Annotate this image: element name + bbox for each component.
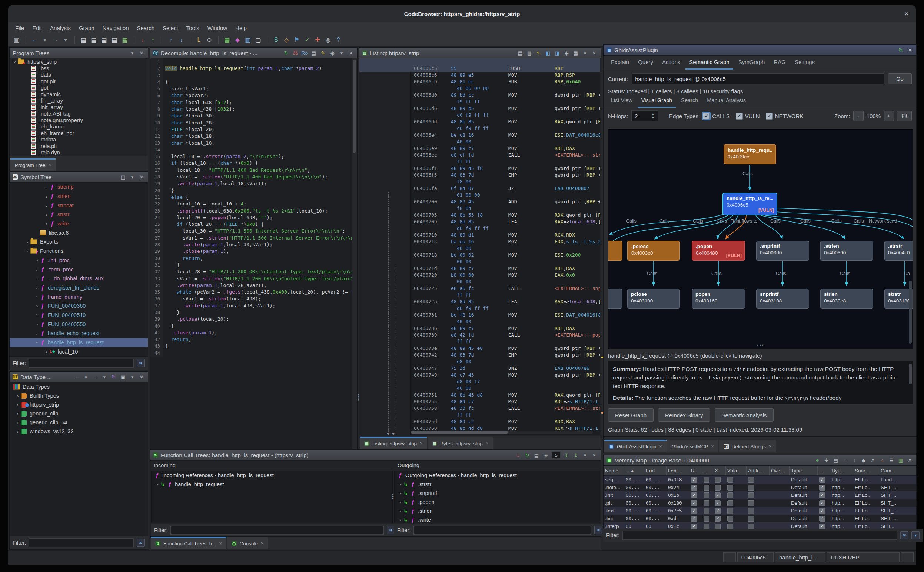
- memory-block-row-seg[interactable]: seg...00...00...0x318✓Default✓http...Elf…: [603, 476, 916, 483]
- column-header-len[interactable]: Len...: [667, 466, 689, 476]
- cell-checkbox[interactable]: ✓: [818, 516, 830, 522]
- tab-rag[interactable]: RAG: [770, 56, 790, 70]
- expand-icon[interactable]: ↧: [563, 452, 570, 459]
- current-function-input[interactable]: handle_http_ls_request @ 0x4006c5: [632, 73, 884, 84]
- chevron-right-icon[interactable]: ›: [34, 303, 40, 309]
- data-type-header[interactable]: DT Data Type ... ←▾ →▾ ↻ ▣▾✕: [9, 372, 148, 382]
- snapshot-icon[interactable]: ◫: [120, 174, 126, 180]
- listing-row[interactable]: 00400725e8 a6 fcCALL<EXTERNAL>::.snprint…: [359, 285, 600, 292]
- checkbox[interactable]: ✓: [819, 485, 825, 491]
- checkbox[interactable]: [727, 500, 733, 506]
- window-close-icon[interactable]: ✕: [902, 9, 911, 18]
- incoming-tree[interactable]: ƒIncoming References - handle_http_ls_re…: [151, 471, 393, 523]
- checkbox[interactable]: ✓: [691, 516, 697, 522]
- listing-row-empty[interactable]: [359, 59, 600, 65]
- clock-icon[interactable]: ⊙: [204, 35, 214, 45]
- listing-hscrollbar[interactable]: [411, 431, 593, 434]
- caret-icon[interactable]: ▾: [338, 50, 345, 56]
- plugin-icon[interactable]: ✚: [313, 35, 323, 45]
- decompile-line[interactable]: 21 else {: [150, 194, 352, 201]
- add-block-icon[interactable]: +: [814, 457, 821, 463]
- listing-row[interactable]: 0040070548 8b 55 f8MOVRDX,qword ptr [RBP…: [359, 212, 600, 218]
- listing-row[interactable]: 0040073648 89 c7MOVRDI,RAX: [359, 325, 600, 332]
- edge-type-vuln[interactable]: ✓VULN: [736, 113, 760, 120]
- expand-down-icon[interactable]: ↓: [851, 457, 858, 463]
- snapshot-icon[interactable]: ◉: [323, 35, 333, 45]
- checkbox[interactable]: [704, 485, 709, 491]
- cell-checkbox[interactable]: ✓: [689, 516, 702, 522]
- listing-row[interactable]: 0040070948 8d 85LEARAX=>local_638,[RBP +…: [359, 218, 600, 225]
- column-header-x[interactable]: X: [713, 466, 726, 476]
- cell-checkbox[interactable]: [726, 485, 746, 491]
- home-icon[interactable]: ⌂: [879, 457, 885, 463]
- chevron-right-icon[interactable]: ›: [15, 402, 21, 407]
- graph-node-handle_http_ls_re...[interactable]: handle_http_ls_re...0x4006c5[VULN]: [723, 193, 777, 216]
- close-icon[interactable]: ✕: [138, 50, 145, 56]
- graph-icon[interactable]: 品: [292, 50, 299, 56]
- checkbox[interactable]: ✓: [691, 508, 697, 514]
- decompile-line[interactable]: 40 }: [150, 323, 352, 330]
- decompile-line[interactable]: 13 char *local_10;: [150, 140, 352, 147]
- status-lock-box[interactable]: [901, 552, 914, 562]
- listing-row[interactable]: 0040074948 c7 45MOVqword ptr [RBP + loca…: [359, 372, 600, 378]
- decompile-line[interactable]: 12 char *local_18;: [150, 133, 352, 140]
- listing-row[interactable]: 0040075d48 89 c2MOVRDX,RAX: [359, 418, 600, 425]
- listing-row[interactable]: 00400713ba ea 16MOVEDX,s_ls_-l_%s_2>&1_0…: [359, 238, 600, 245]
- summary-box[interactable]: Summary: Handles HTTP POST requests to a…: [607, 361, 913, 405]
- decompile-line[interactable]: 25 if (local_20 == (FILE *)0x0) {: [150, 221, 352, 228]
- memory-map-header[interactable]: ▦ Memory Map - Image Base: 00400000 + ✣ …: [603, 455, 916, 466]
- memory-block-row-note[interactable]: .note...00...00...0x24✓Default✓http...El…: [603, 483, 916, 491]
- cell-checkbox[interactable]: [726, 508, 746, 514]
- column-header-byt[interactable]: Byt...: [830, 466, 853, 476]
- snapshot-icon[interactable]: ◉: [563, 50, 570, 56]
- column-header-[interactable]: ...: [702, 466, 713, 476]
- graph-scrollbar[interactable]: [909, 281, 912, 344]
- forward-icon[interactable]: →: [92, 373, 98, 380]
- listing-row[interactable]: 004006c555PUSHRBP: [359, 65, 600, 72]
- cell-checkbox[interactable]: [702, 477, 713, 483]
- button-semantic-analysis[interactable]: Semantic Analysis: [715, 408, 774, 422]
- decompile-line[interactable]: 2void handle_http_ls_request(int param_1…: [150, 65, 352, 72]
- push-up-icon[interactable]: ↑: [148, 35, 158, 45]
- chevron-right-icon[interactable]: ›: [397, 508, 404, 514]
- checkbox[interactable]: ✓: [715, 500, 721, 506]
- tree-item-section[interactable]: .got.plt: [9, 78, 148, 85]
- checkbox[interactable]: [748, 477, 754, 483]
- symbol-tree-item-strstr[interactable]: ›ƒstrstr: [9, 210, 148, 219]
- filter-config-icon[interactable]: ≋: [594, 526, 602, 534]
- listing-row[interactable]: 004006d089 bd ccMOVdword ptr [RBP + loca…: [359, 92, 600, 98]
- listing-row[interactable]: 004006c648 89 e5MOVRBP,RSP: [359, 72, 600, 78]
- decompile-header[interactable]: Cƒ Decompile: handle_http_ls_request - .…: [150, 48, 357, 59]
- chevron-right-icon[interactable]: ›: [34, 267, 40, 272]
- memory-block-row-init[interactable]: .init00...00...0x1b✓✓Default✓http...Elf …: [603, 491, 916, 499]
- edge-type-network[interactable]: ✓NETWORK: [766, 113, 804, 120]
- memory-block-row-fini[interactable]: .fini00...00...0xd✓✓Default✓http...Elf L…: [603, 514, 916, 522]
- filter-config-icon[interactable]: ≋: [387, 526, 395, 534]
- graph-node-.pclose[interactable]: .pclose0x4003c0: [627, 241, 680, 261]
- tree-item-section[interactable]: .eh_frame: [9, 124, 148, 130]
- tab-ghidrassistmcp[interactable]: ▦GhidrAssistMCP×: [667, 440, 718, 452]
- memory-block-row-plt[interactable]: .plt00...00...0x180✓✓Default✓http...Elf …: [603, 499, 916, 507]
- graph-node-strlen[interactable]: strlen0x4030e8: [820, 289, 873, 309]
- symbol-tree-item-handle_http_ls_request[interactable]: ›ƒhandle_http_ls_request: [9, 338, 148, 347]
- fields-icon[interactable]: ▦: [572, 50, 579, 56]
- doc-disk-icon[interactable]: ▦: [120, 35, 130, 45]
- checkbox[interactable]: [748, 493, 754, 498]
- cell-checkbox[interactable]: [713, 485, 726, 491]
- symbol-tree-item-.init_proc[interactable]: ›ƒ.init_proc: [9, 256, 148, 265]
- checkbox[interactable]: ✓: [819, 508, 825, 514]
- tree-item-section[interactable]: .bss: [9, 65, 148, 72]
- decompile-line[interactable]: 39 .pclose(local_20);: [150, 316, 352, 322]
- column-header-end[interactable]: End: [644, 466, 667, 476]
- close-icon[interactable]: ✕: [591, 50, 598, 56]
- graph-node-.snprintf[interactable]: .snprintf0x4003d0: [756, 241, 809, 261]
- checkbox[interactable]: [715, 485, 721, 491]
- listing-row[interactable]: 0040074248 83 7dCMPqword ptr [RBP + loca…: [359, 352, 600, 358]
- cell-checkbox[interactable]: ✓: [689, 477, 702, 483]
- chevron-right-icon[interactable]: ›: [44, 212, 50, 217]
- outgoing-filter-input[interactable]: [413, 526, 591, 535]
- subtab-manual-analysis[interactable]: Manual Analysis: [703, 95, 749, 108]
- tab-close-icon[interactable]: ×: [659, 444, 662, 449]
- caret-icon[interactable]: ▾: [129, 373, 136, 380]
- cell-checkbox[interactable]: ✓: [689, 493, 702, 498]
